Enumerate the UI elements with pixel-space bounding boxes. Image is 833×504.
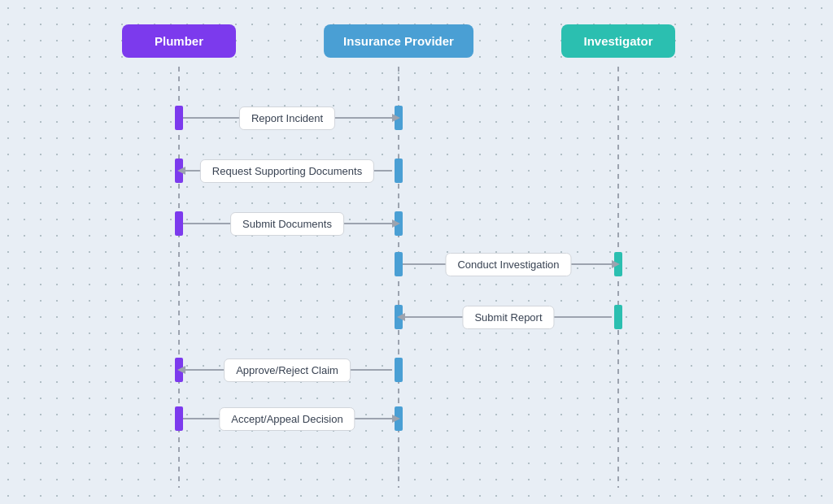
actor-plumber: Plumber	[122, 24, 236, 58]
svg-rect-3	[175, 106, 183, 130]
message-accept-appeal: Accept/Appeal Decision	[219, 407, 355, 431]
message-submit-report: Submit Report	[462, 306, 554, 329]
svg-rect-5	[395, 159, 403, 183]
svg-marker-24	[612, 260, 620, 268]
svg-rect-7	[175, 211, 183, 236]
svg-rect-16	[395, 406, 403, 431]
svg-marker-22	[392, 219, 400, 228]
message-request-docs: Request Supporting Documents	[200, 159, 374, 183]
actor-insurance: Insurance Provider	[324, 24, 473, 58]
diagram-svg	[0, 0, 833, 504]
svg-rect-10	[614, 252, 622, 276]
message-report-incident: Report Incident	[239, 106, 335, 130]
svg-rect-8	[395, 211, 403, 236]
actor-insurance-label: Insurance Provider	[343, 34, 454, 48]
message-conduct-investigation: Conduct Investigation	[445, 253, 571, 276]
actor-investigator: Investigator	[561, 24, 675, 58]
svg-marker-20	[177, 167, 185, 175]
svg-marker-18	[392, 114, 400, 122]
svg-rect-6	[175, 159, 183, 183]
actor-investigator-label: Investigator	[583, 34, 652, 48]
svg-marker-26	[397, 313, 405, 321]
svg-marker-30	[392, 415, 400, 423]
svg-rect-14	[175, 358, 183, 382]
svg-rect-9	[395, 252, 403, 276]
message-submit-docs: Submit Documents	[230, 212, 344, 236]
sequence-diagram: Plumber Insurance Provider Investigator	[0, 0, 833, 504]
svg-rect-11	[614, 305, 622, 329]
svg-marker-28	[177, 366, 185, 374]
svg-rect-12	[395, 305, 403, 329]
actor-plumber-label: Plumber	[155, 34, 203, 48]
svg-rect-15	[175, 406, 183, 431]
svg-rect-13	[395, 358, 403, 382]
svg-rect-4	[395, 106, 403, 130]
message-approve-reject: Approve/Reject Claim	[224, 358, 351, 382]
